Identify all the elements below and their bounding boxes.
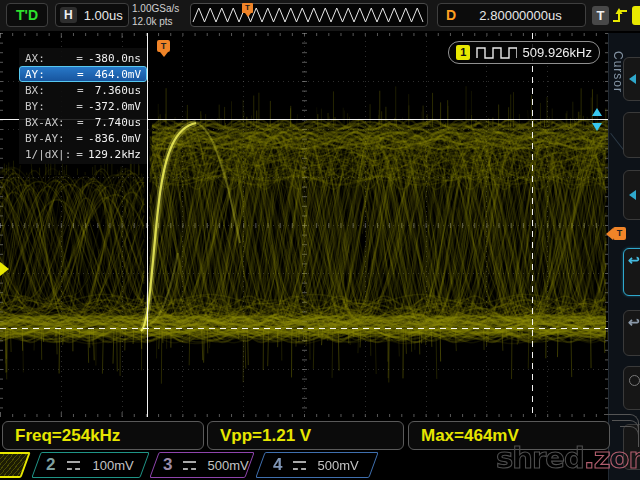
pulse-train-icon xyxy=(476,46,516,59)
delay-value: 2.80000000us xyxy=(456,8,585,23)
cursor-row-ax[interactable]: AX: = -380.0ns xyxy=(19,50,147,66)
timebase-value: 1.00us xyxy=(84,8,123,23)
cursor-row-ay[interactable]: AY: = 464.0mV xyxy=(19,66,147,82)
cursor-readout-panel: AX: = -380.0ns AY: = 464.0mV BX: = 7.360… xyxy=(19,48,147,164)
softkey-button-4[interactable]: ↩ xyxy=(623,248,640,296)
cursor-row-bx[interactable]: BX: = 7.360us xyxy=(19,82,147,98)
channel-2-tab[interactable]: 2 100mV xyxy=(36,452,145,478)
channel-3-tab[interactable]: 3 500mV xyxy=(154,452,250,478)
channel1-ground-marker-icon[interactable] xyxy=(0,262,9,276)
cursor-row-by[interactable]: BY: = -372.0mV xyxy=(19,98,147,114)
channel-3-number: 3 xyxy=(163,455,172,475)
sample-rate: 1.00GSa/s xyxy=(132,2,179,15)
measurement-freq[interactable]: Freq=254kHz xyxy=(2,421,204,450)
channel-4-scale: 500mV xyxy=(317,458,358,473)
return-arrow-icon: ↩ xyxy=(628,252,640,268)
softkey-button-1[interactable] xyxy=(623,57,640,101)
measurement-vpp[interactable]: Vpp=1.21 V xyxy=(207,421,404,450)
trigger-source-chip xyxy=(632,6,640,25)
frequency-counter-badge: 1 509.926kHz xyxy=(448,41,600,64)
acquisition-info: 1.00GSa/s 12.0k pts xyxy=(132,2,179,28)
memory-depth: 12.0k pts xyxy=(132,15,179,28)
waveform-preview[interactable] xyxy=(190,3,428,27)
left-triangle-icon xyxy=(606,228,613,240)
softkey-sidebar: Cursor ↩ ↩ xyxy=(608,33,640,480)
left-triangle-icon xyxy=(629,74,636,84)
watermark-logo: shred.zone xyxy=(496,441,640,475)
trigger-label: T xyxy=(592,6,609,25)
softkey-button-5[interactable]: ↩ xyxy=(623,310,640,356)
channel-1-chip: 1 xyxy=(456,45,470,60)
return-arrow-icon: ↩ xyxy=(628,314,640,330)
channel-1-tab[interactable]: mV xyxy=(0,452,26,478)
softkey-button-2[interactable] xyxy=(623,112,640,158)
oscilloscope-screen: T'D H 1.00us 1.00GSa/s 12.0k pts T D 2.8… xyxy=(0,0,640,480)
timebase-label: H xyxy=(60,7,77,23)
trigger-settings[interactable]: T xyxy=(592,3,640,27)
channel-2-scale: 100mV xyxy=(92,458,133,473)
dc-coupling-icon xyxy=(293,461,306,470)
graticule-area: T AX: = -380.0ns AY: = 464.0mV BX: = 7.3… xyxy=(0,33,608,417)
channel-4-number: 4 xyxy=(273,455,282,475)
top-status-bar: T'D H 1.00us 1.00GSa/s 12.0k pts T D 2.8… xyxy=(0,0,640,31)
cursor-row-byay[interactable]: BY-AY: = -836.0mV xyxy=(19,130,147,146)
cursor-row-bxax[interactable]: BX-AX: = 7.740us xyxy=(19,114,147,130)
trigger-level-marker[interactable]: T xyxy=(606,227,626,240)
rising-edge-trigger-icon xyxy=(612,7,629,24)
softkey-button-6[interactable] xyxy=(623,366,640,410)
delay-label: D xyxy=(446,7,456,23)
channel-2-number: 2 xyxy=(46,455,55,475)
timebase-control[interactable]: H 1.00us xyxy=(55,3,129,27)
softkey-button-3[interactable] xyxy=(623,170,640,220)
left-triangle-icon xyxy=(629,190,636,200)
cursor-row-freq[interactable]: 1/|dX|: = 129.2kHz xyxy=(19,146,147,162)
preview-trigger-position-icon[interactable]: T xyxy=(242,3,253,13)
channel-3-scale: 500mV xyxy=(207,458,248,473)
preview-wave-icon xyxy=(191,4,427,26)
dc-coupling-icon xyxy=(67,461,80,470)
trigger-time-marker[interactable]: T xyxy=(157,40,170,52)
circle-icon xyxy=(629,375,640,386)
channel-4-tab[interactable]: 4 500mV xyxy=(260,452,374,478)
dc-coupling-icon xyxy=(183,461,196,470)
frequency-value: 509.926kHz xyxy=(523,45,592,60)
delay-control[interactable]: D 2.80000000us xyxy=(437,3,586,27)
run-status-indicator: T'D xyxy=(6,3,48,27)
